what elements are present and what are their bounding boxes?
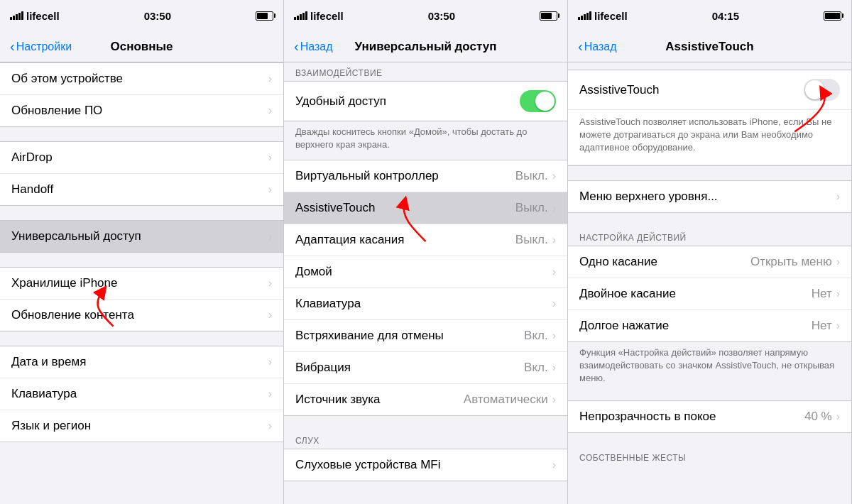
group-opacity: Непрозрачность в покое 40 % › bbox=[568, 400, 851, 433]
item-storage[interactable]: Хранилище iPhone › bbox=[0, 268, 283, 300]
item-airdrop-right: › bbox=[268, 151, 272, 164]
toggle-assistive[interactable] bbox=[804, 79, 840, 101]
item-datetime[interactable]: Дата и время › bbox=[0, 346, 283, 378]
carrier-1: lifecell bbox=[10, 10, 60, 22]
signal-icon-2 bbox=[294, 11, 307, 20]
item-assistive-touch[interactable]: AssistiveTouch Выкл. › bbox=[284, 192, 567, 224]
item-universal-label: Универсальный доступ bbox=[11, 229, 141, 243]
item-sound-right: Автоматически › bbox=[464, 393, 556, 407]
back-button-2[interactable]: ‹ Назад bbox=[294, 38, 333, 55]
chevron-icon: › bbox=[552, 459, 556, 471]
back-button-1[interactable]: ‹ Настройки bbox=[10, 38, 72, 55]
chevron-icon: › bbox=[836, 410, 840, 423]
time-3: 04:15 bbox=[712, 10, 739, 22]
back-label-2: Назад bbox=[300, 40, 333, 53]
battery-3 bbox=[824, 11, 841, 21]
item-language-right: › bbox=[268, 420, 272, 432]
item-long-press[interactable]: Долгое нажатие Нет › bbox=[568, 310, 851, 341]
chevron-icon: › bbox=[552, 297, 556, 310]
section-header-gestures: СОБСТВЕННЫЕ ЖЕСТЫ bbox=[568, 447, 851, 466]
item-universal-right: › bbox=[268, 230, 272, 243]
toggle-knob-assistive bbox=[805, 80, 824, 99]
item-sound-label: Источник звука bbox=[295, 393, 381, 407]
battery-1 bbox=[256, 11, 273, 21]
carrier-label-2: lifecell bbox=[310, 10, 344, 22]
item-single-tap-right: Открыть меню › bbox=[750, 255, 840, 269]
group-assistive-top: AssistiveTouch AssistiveTouch позволяет … bbox=[568, 70, 851, 166]
nav-bar-1: ‹ Настройки Основные bbox=[0, 31, 283, 62]
convenient-desc: Дважды коснитесь кнопки «Домой», чтобы д… bbox=[284, 121, 567, 160]
item-long-press-label: Долгое нажатие bbox=[579, 319, 669, 333]
item-vibration[interactable]: Вибрация Вкл. › bbox=[284, 352, 567, 384]
settings-list-2: ВЗАИМОДЕЙСТВИЕ Удобный доступ Дважды кос… bbox=[284, 62, 567, 504]
carrier-2: lifecell bbox=[294, 10, 344, 22]
item-home-right: › bbox=[552, 265, 556, 278]
settings-list-1: Об этом устройстве › Обновление ПО › Air… bbox=[0, 62, 283, 504]
item-hearing-label: Слуховые устройства MFi bbox=[295, 458, 441, 472]
item-update-label: Обновление ПО bbox=[11, 104, 102, 118]
item-opacity-value: 40 % bbox=[804, 410, 832, 424]
panel-assistive-touch: lifecell 04:15 ‹ Назад AssistiveTouch As… bbox=[568, 0, 852, 504]
panel-universal-access: lifecell 03:50 ‹ Назад Универсальный дос… bbox=[284, 0, 568, 504]
chevron-icon: › bbox=[268, 420, 272, 432]
chevron-icon: › bbox=[836, 319, 840, 332]
battery-icon-1 bbox=[256, 11, 273, 21]
chevron-icon: › bbox=[552, 329, 556, 342]
item-double-tap[interactable]: Двойное касание Нет › bbox=[568, 278, 851, 310]
item-hearing-right: › bbox=[552, 459, 556, 471]
time-1: 03:50 bbox=[144, 10, 171, 22]
item-virtual-controller[interactable]: Виртуальный контроллер Выкл. › bbox=[284, 160, 567, 192]
carrier-label-1: lifecell bbox=[26, 10, 60, 22]
chevron-back-icon-2: ‹ bbox=[294, 38, 299, 55]
item-keyboard-1[interactable]: Клавиатура › bbox=[0, 378, 283, 410]
chevron-icon: › bbox=[268, 309, 272, 322]
item-virtual-label: Виртуальный контроллер bbox=[295, 169, 439, 183]
chevron-icon: › bbox=[552, 393, 556, 406]
item-touch-adapt-right: Выкл. › bbox=[515, 233, 556, 247]
item-about[interactable]: Об этом устройстве › bbox=[0, 63, 283, 95]
item-convenient-access[interactable]: Удобный доступ bbox=[284, 82, 567, 121]
item-keyboard-right-2: › bbox=[552, 297, 556, 310]
carrier-3: lifecell bbox=[578, 10, 628, 22]
item-universal-access[interactable]: Универсальный доступ › bbox=[0, 221, 283, 252]
chevron-icon: › bbox=[836, 190, 840, 203]
group-storage: Хранилище iPhone › Обновление контента › bbox=[0, 267, 283, 332]
back-label-1: Настройки bbox=[16, 40, 72, 53]
item-update-right: › bbox=[268, 104, 272, 117]
chevron-icon: › bbox=[268, 277, 272, 290]
item-opacity[interactable]: Непрозрачность в покое 40 % › bbox=[568, 401, 851, 432]
item-sound-source[interactable]: Источник звука Автоматически › bbox=[284, 384, 567, 415]
item-touch-adapt[interactable]: Адаптация касания Выкл. › bbox=[284, 224, 567, 256]
item-single-tap[interactable]: Одно касание Открыть меню › bbox=[568, 246, 851, 278]
group-universal: Универсальный доступ › bbox=[0, 220, 283, 253]
item-opacity-right: 40 % › bbox=[804, 410, 840, 424]
chevron-icon: › bbox=[552, 202, 556, 214]
assistive-description: AssistiveTouch позволяет использовать iP… bbox=[568, 110, 851, 165]
signal-icon-1 bbox=[10, 11, 23, 20]
item-language[interactable]: Язык и регион › bbox=[0, 410, 283, 442]
group-datetime: Дата и время › Клавиатура › Язык и регио… bbox=[0, 346, 283, 442]
item-single-tap-label: Одно касание bbox=[579, 255, 657, 269]
item-assistive-main[interactable]: AssistiveTouch bbox=[568, 70, 851, 110]
item-top-menu[interactable]: Меню верхнего уровня... › bbox=[568, 181, 851, 212]
item-assistive-label: AssistiveTouch bbox=[295, 201, 375, 215]
back-button-3[interactable]: ‹ Назад bbox=[578, 38, 617, 55]
status-bar-1: lifecell 03:50 bbox=[0, 0, 283, 31]
item-keyboard-2[interactable]: Клавиатура › bbox=[284, 288, 567, 320]
group-interaction-items: Виртуальный контроллер Выкл. › Assistive… bbox=[284, 160, 567, 416]
item-touch-adapt-label: Адаптация касания bbox=[295, 233, 404, 247]
item-convenient-label: Удобный доступ bbox=[295, 94, 386, 109]
item-about-label: Об этом устройстве bbox=[11, 72, 123, 86]
item-shake[interactable]: Встряхивание для отмены Вкл. › bbox=[284, 320, 567, 352]
item-opacity-label: Непрозрачность в покое bbox=[579, 410, 716, 424]
time-2: 03:50 bbox=[428, 10, 455, 22]
toggle-convenient[interactable] bbox=[520, 90, 556, 112]
item-hearing-devices[interactable]: Слуховые устройства MFi › bbox=[284, 449, 567, 481]
item-update[interactable]: Обновление ПО › bbox=[0, 95, 283, 126]
item-home[interactable]: Домой › bbox=[284, 256, 567, 288]
item-virtual-right: Выкл. › bbox=[515, 169, 556, 183]
item-airdrop[interactable]: AirDrop › bbox=[0, 142, 283, 174]
item-vibration-value: Вкл. bbox=[524, 361, 548, 375]
item-handoff[interactable]: Handoff › bbox=[0, 174, 283, 205]
item-content-update[interactable]: Обновление контента › bbox=[0, 300, 283, 331]
